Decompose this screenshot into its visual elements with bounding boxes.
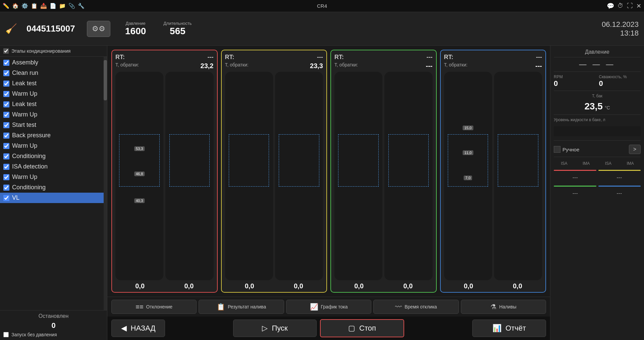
result-label: Результат налива (228, 304, 266, 309)
sidebar-checkbox-8[interactable] (3, 143, 9, 149)
sidebar-checkbox-3[interactable] (3, 91, 9, 97)
close-icon[interactable]: ✕ (636, 2, 641, 10)
gauge-dashed-box (388, 134, 429, 186)
back-button[interactable]: ◀ НАЗАД (111, 320, 165, 337)
result-icon: 📋 (217, 303, 225, 311)
sidebar-item-10[interactable]: ISA detection (0, 161, 104, 172)
sidebar-label-2: Leak test (12, 80, 37, 87)
sidebar-item-5[interactable]: Warm Up (0, 109, 104, 120)
sidebar-item-1[interactable]: Clean run (0, 68, 104, 78)
sidebar-item-6[interactable]: Start test (0, 120, 104, 130)
expand-icon[interactable]: ⛶ (627, 2, 633, 9)
no-pressure-row: Запуск без давления (3, 332, 104, 337)
injector-panel-2: RT: --- Т, обратки: --- 0,0 0,0 (330, 50, 437, 293)
val1-2: 0,0 (354, 282, 364, 290)
sidebar-checkbox-11[interactable] (3, 174, 9, 180)
tbak-unit: °С (605, 105, 610, 110)
temp-label-2: Т, обратки: (334, 62, 358, 70)
gauges-3: 15,011,07,0 (444, 72, 542, 280)
sidebar-label-4: Leak test (12, 101, 37, 108)
sidebar-item-0[interactable]: Assembly (0, 57, 104, 68)
chat-icon[interactable]: 💬 (607, 2, 614, 10)
sidebar-checkbox-9[interactable] (3, 153, 9, 159)
dash-1: --- (554, 174, 597, 182)
pressure-value: 1600 (125, 26, 146, 37)
deviation-button[interactable]: ≡≡ Отклонение (111, 300, 197, 314)
response-label: Время отклика (405, 304, 437, 309)
settings-button[interactable]: ⚙⚙ (87, 21, 110, 37)
rpm-label: RPM (554, 75, 596, 79)
sidebar-item-4[interactable]: Leak test (0, 99, 104, 109)
rt-label-1: RT: (225, 54, 234, 61)
sidebar-item-3[interactable]: Warm Up (0, 89, 104, 99)
sidebar-checkbox-2[interactable] (3, 81, 9, 87)
response-time-button[interactable]: 〰 Время отклика (373, 300, 459, 314)
manual-button[interactable]: > (629, 145, 641, 154)
temp-label-0: Т, обратки: (115, 62, 139, 70)
sidebar-item-12[interactable]: Conditioning (0, 182, 104, 193)
pressure-dashes: — — — (554, 60, 641, 69)
duty-value: 0 (599, 79, 641, 88)
sidebar-item-11[interactable]: Warm Up (0, 172, 104, 182)
start-button[interactable]: ▷ Пуск (233, 320, 317, 337)
sidebar-checkbox-12[interactable] (3, 185, 9, 191)
sidebar-item-9[interactable]: Conditioning (0, 151, 104, 161)
sidebar-checkbox-0[interactable] (3, 60, 9, 66)
temp-row-0: Т, обратки: 23,2 (115, 62, 214, 70)
liquid-bar (554, 126, 641, 136)
result-button[interactable]: 📋 Результат налива (199, 300, 284, 314)
rt-value-1: --- (317, 54, 323, 61)
timer-icon[interactable]: ⏱ (618, 2, 624, 9)
gauge-dashed-box (119, 134, 159, 186)
current-graph-button[interactable]: 📈 График тока (286, 300, 371, 314)
content-area: RT: --- Т, обратки: 23,2 53,346,840,3 0,… (107, 46, 550, 340)
dash-2: --- (598, 174, 641, 182)
gauge-marker: 46,8 (134, 172, 145, 176)
manual-checkbox[interactable] (554, 146, 560, 153)
sidebar-checkbox-1[interactable] (3, 70, 9, 76)
rt-label-0: RT: (115, 54, 125, 61)
vals-row-3: 0,0 0,0 (444, 282, 542, 290)
sidebar-label-7: Back pressure (12, 132, 51, 139)
duty-label: Скважность, % (599, 75, 641, 79)
sidebar-checkbox-7[interactable] (3, 133, 9, 139)
stop-button[interactable]: ▢ Стоп (320, 319, 404, 337)
gauge2-1 (275, 72, 323, 280)
sidebar-checkbox-5[interactable] (3, 112, 9, 118)
gauge-dashed-box (169, 134, 210, 186)
temp-row-2: Т, обратки: --- (334, 62, 433, 70)
flask-icon: ⚗ (490, 303, 496, 311)
val1-3: 0,0 (464, 282, 473, 290)
rt-label-3: RT: (444, 54, 453, 61)
divider4 (554, 140, 641, 141)
green-line (554, 186, 596, 187)
sidebar-label-11: Warm Up (12, 174, 37, 181)
bottom-toolbar: ≡≡ Отклонение 📋 Результат налива 📈 Графи… (107, 297, 550, 317)
sidebar-checkbox-4[interactable] (3, 101, 9, 107)
gauge-marker: 15,0 (463, 126, 473, 130)
sidebar-checkbox-13[interactable] (3, 195, 9, 201)
injector-header-1: RT: --- (225, 54, 323, 61)
sidebar: Этапы кондиционирования AssemblyClean ru… (0, 46, 107, 340)
val2-3: 0,0 (513, 282, 522, 290)
fillings-button[interactable]: ⚗ Наливы (461, 300, 546, 314)
sidebar-item-2[interactable]: Leak test (0, 78, 104, 89)
gauges-1 (225, 72, 323, 280)
sidebar-checkbox-6[interactable] (3, 122, 9, 128)
response-icon: 〰 (395, 303, 402, 311)
manual-row: Ручное > (554, 145, 641, 154)
sidebar-scrollbar[interactable] (104, 57, 107, 310)
sidebar-checkbox-10[interactable] (3, 164, 9, 170)
vals-row-0: 0,0 0,0 (115, 282, 214, 290)
sidebar-header-checkbox[interactable] (3, 48, 9, 54)
val1-0: 0,0 (135, 282, 145, 290)
injector-panel-1: RT: --- Т, обратки: 23,3 0,0 0,0 (221, 50, 327, 293)
sidebar-item-8[interactable]: Warm Up (0, 141, 104, 151)
gauge-marker: 11,0 (463, 150, 473, 155)
report-button[interactable]: 📊 Отчёт (472, 320, 546, 337)
file-icon-3: 📁 (59, 3, 66, 9)
sidebar-item-7[interactable]: Back pressure (0, 130, 104, 141)
no-pressure-checkbox[interactable] (3, 332, 9, 337)
sidebar-item-13[interactable]: VL (0, 193, 104, 203)
tbak-label: Т, бак (554, 94, 641, 98)
